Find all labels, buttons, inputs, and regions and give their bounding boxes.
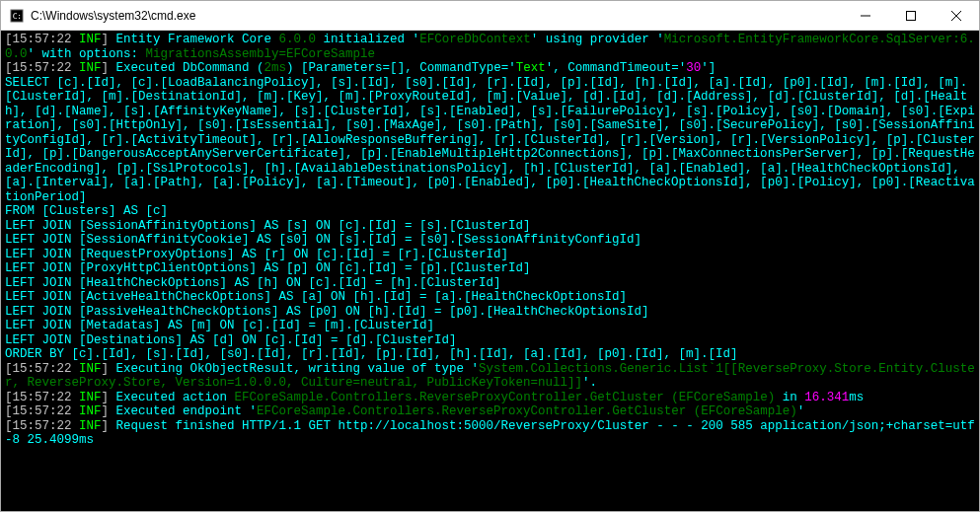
svg-rect-3 — [907, 11, 916, 20]
window-title: C:\Windows\system32\cmd.exe — [31, 9, 843, 23]
log-line: [15:57:22 INF] Executed action EFCoreSam… — [5, 391, 864, 404]
sql-block: SELECT [c].[Id], [c].[LoadBalancingPolic… — [5, 76, 975, 362]
console-output[interactable]: [15:57:22 INF] Entity Framework Core 6.0… — [1, 31, 979, 511]
log-line: [15:57:22 INF] Entity Framework Core 6.0… — [5, 33, 975, 61]
log-line: [15:57:22 INF] Request finished HTTP/1.1… — [5, 419, 975, 448]
titlebar[interactable]: C: C:\Windows\system32\cmd.exe — [1, 1, 979, 31]
minimize-button[interactable] — [843, 1, 888, 30]
maximize-button[interactable] — [888, 1, 934, 30]
log-line: [15:57:22 INF] Executed endpoint 'EFCore… — [5, 404, 804, 418]
log-line: [15:57:22 INF] Executing OkObjectResult,… — [5, 362, 975, 391]
svg-text:C:: C: — [13, 11, 22, 20]
cmd-window: C: C:\Windows\system32\cmd.exe [15:57:22… — [0, 0, 980, 512]
titlebar-buttons — [843, 1, 979, 30]
close-button[interactable] — [934, 1, 979, 30]
log-line: [15:57:22 INF] Executed DbCommand (2ms) … — [5, 61, 716, 75]
cmd-icon: C: — [9, 8, 25, 24]
